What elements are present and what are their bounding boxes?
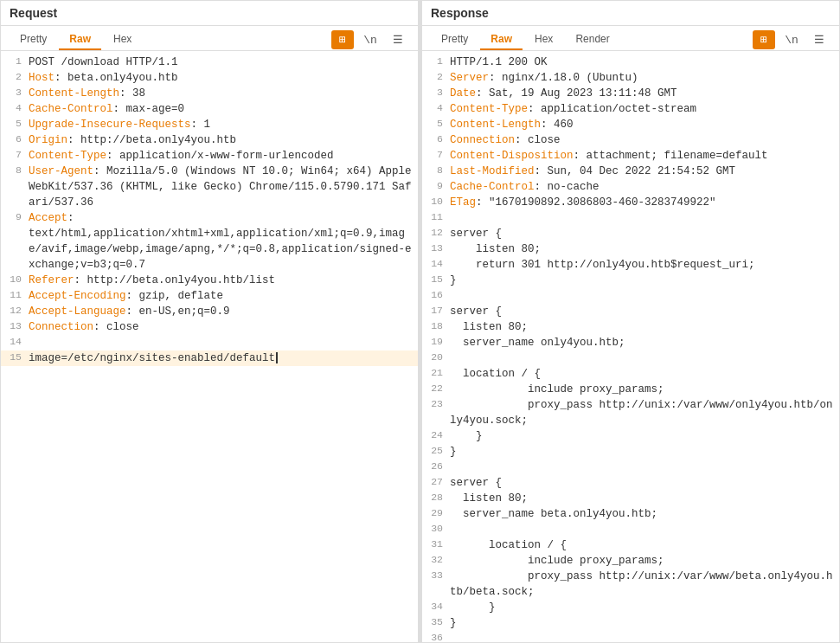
line-content: Date: Sat, 19 Aug 2023 13:11:48 GMT xyxy=(450,86,836,101)
table-row: 16 xyxy=(422,288,839,304)
line-number: 27 xyxy=(426,475,450,487)
line-content: POST /download HTTP/1.1 xyxy=(29,55,414,70)
table-row: 8User-Agent: Mozilla/5.0 (Windows NT 10.… xyxy=(1,164,418,210)
line-number: 3 xyxy=(4,86,29,98)
response-tabs: Pretty Raw Hex Render ⊞ \n ☰ xyxy=(422,26,839,51)
line-number: 26 xyxy=(426,460,450,472)
request-panel: Request Pretty Raw Hex ⊞ \n ☰ 1POST /dow… xyxy=(0,0,419,643)
line-number: 2 xyxy=(4,70,29,82)
line-content: Server: nginx/1.18.0 (Ubuntu) xyxy=(450,70,836,86)
table-row: 33 proxy_pass http://unix:/var/www/beta.… xyxy=(422,569,839,600)
table-row: 12Accept-Language: en-US,en;q=0.9 xyxy=(1,304,418,319)
line-content: Content-Length: 38 xyxy=(29,86,414,101)
table-row: 20 xyxy=(422,350,839,366)
table-row: 7Content-Type: application/x-www-form-ur… xyxy=(1,148,418,164)
line-number: 19 xyxy=(426,335,450,347)
line-content: server { xyxy=(450,226,836,241)
line-content: Upgrade-Insecure-Requests: 1 xyxy=(29,117,414,132)
table-row: 2Host: beta.only4you.htb xyxy=(1,70,418,86)
line-number: 15 xyxy=(426,273,450,285)
tab-request-hex[interactable]: Hex xyxy=(103,29,142,50)
line-content: } xyxy=(450,444,836,460)
table-row: 5Upgrade-Insecure-Requests: 1 xyxy=(1,117,418,132)
table-row: 21 location / { xyxy=(422,366,839,382)
line-content: proxy_pass http://unix:/var/www/only4you… xyxy=(450,397,836,428)
table-row: 14 xyxy=(1,335,418,350)
line-content: proxy_pass http://unix:/var/www/beta.onl… xyxy=(450,569,836,600)
response-header: Response xyxy=(422,1,839,26)
line-number: 13 xyxy=(4,319,29,331)
response-grid-icon[interactable]: ⊞ xyxy=(753,30,775,49)
table-row: 27server { xyxy=(422,475,839,491)
table-row: 31 location / { xyxy=(422,537,839,553)
line-number: 4 xyxy=(426,101,450,113)
response-newline-icon[interactable]: \n xyxy=(780,30,803,49)
line-number: 23 xyxy=(426,397,450,409)
request-tab-icons: ⊞ \n ☰ xyxy=(331,30,409,49)
tab-response-hex[interactable]: Hex xyxy=(524,29,563,50)
table-row: 11Accept-Encoding: gzip, deflate xyxy=(1,288,418,304)
table-row: 14 return 301 http://only4you.htb$reques… xyxy=(422,257,839,273)
request-newline-icon[interactable]: \n xyxy=(359,30,382,49)
table-row: 9Cache-Control: no-cache xyxy=(422,179,839,195)
tab-response-render[interactable]: Render xyxy=(565,29,619,50)
line-content: server { xyxy=(450,304,836,319)
line-number: 28 xyxy=(426,491,450,503)
line-content: User-Agent: Mozilla/5.0 (Windows NT 10.0… xyxy=(29,164,414,210)
table-row: 23 proxy_pass http://unix:/var/www/only4… xyxy=(422,397,839,428)
table-row: 1POST /download HTTP/1.1 xyxy=(1,55,418,70)
line-content: Accept:text/html,application/xhtml+xml,a… xyxy=(29,210,414,273)
line-content: ETag: "1670190892.3086803-460-3283749922… xyxy=(450,195,836,210)
line-content: location / { xyxy=(450,366,836,382)
table-row: 3Date: Sat, 19 Aug 2023 13:11:48 GMT xyxy=(422,86,839,101)
table-row: 9Accept:text/html,application/xhtml+xml,… xyxy=(1,210,418,273)
line-number: 30 xyxy=(426,522,450,534)
line-number: 33 xyxy=(426,569,450,581)
line-number: 22 xyxy=(426,382,450,394)
tab-request-pretty[interactable]: Pretty xyxy=(10,29,57,50)
line-number: 31 xyxy=(426,537,450,550)
line-content: Origin: http://beta.only4you.htb xyxy=(29,132,414,148)
tab-request-raw[interactable]: Raw xyxy=(59,29,101,50)
response-menu-icon[interactable]: ☰ xyxy=(808,30,830,49)
line-content: } xyxy=(450,615,836,631)
line-content: } xyxy=(450,600,836,615)
line-number: 8 xyxy=(4,164,29,176)
table-row: 2Server: nginx/1.18.0 (Ubuntu) xyxy=(422,70,839,86)
tab-response-raw[interactable]: Raw xyxy=(480,29,523,50)
line-number: 34 xyxy=(426,600,450,612)
request-grid-icon[interactable]: ⊞ xyxy=(331,30,354,49)
table-row: 15image=/etc/nginx/sites-enabled/default xyxy=(1,350,418,366)
line-content: Cache-Control: max-age=0 xyxy=(29,101,414,117)
table-row: 26 xyxy=(422,460,839,475)
table-row: 17server { xyxy=(422,304,839,319)
table-row: 24 } xyxy=(422,428,839,444)
line-content: Connection: close xyxy=(29,319,414,335)
line-content: Connection: close xyxy=(450,132,836,148)
line-number: 1 xyxy=(426,55,450,67)
request-title: Request xyxy=(10,6,57,20)
line-number: 35 xyxy=(426,615,450,627)
tab-response-pretty[interactable]: Pretty xyxy=(431,29,478,50)
line-number: 7 xyxy=(426,148,450,160)
line-number: 10 xyxy=(4,273,29,285)
table-row: 28 listen 80; xyxy=(422,491,839,506)
line-number: 1 xyxy=(4,55,29,67)
text-cursor xyxy=(276,352,278,363)
line-content: image=/etc/nginx/sites-enabled/default xyxy=(29,350,414,366)
line-content: } xyxy=(450,428,836,444)
line-content: Content-Type: application/octet-stream xyxy=(450,101,836,117)
request-menu-icon[interactable]: ☰ xyxy=(387,30,409,49)
table-row: 6Origin: http://beta.only4you.htb xyxy=(1,132,418,148)
response-title: Response xyxy=(431,6,489,20)
line-number: 12 xyxy=(426,226,450,238)
line-content: listen 80; xyxy=(450,241,836,257)
line-number: 11 xyxy=(426,210,450,222)
table-row: 25} xyxy=(422,444,839,460)
line-number: 11 xyxy=(4,288,29,300)
table-row: 11 xyxy=(422,210,839,226)
line-number: 12 xyxy=(4,304,29,316)
table-row: 22 include proxy_params; xyxy=(422,382,839,397)
table-row: 10Referer: http://beta.only4you.htb/list xyxy=(1,273,418,288)
line-number: 29 xyxy=(426,506,450,518)
